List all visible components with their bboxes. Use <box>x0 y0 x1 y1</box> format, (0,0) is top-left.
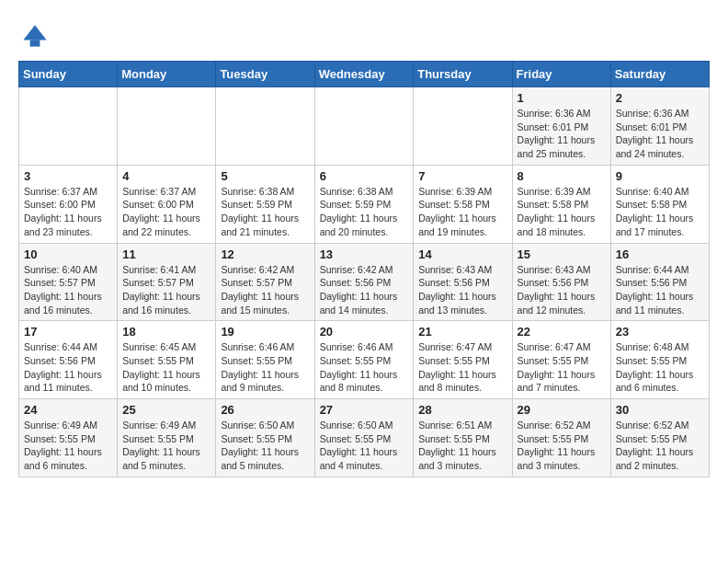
calendar-cell: 17Sunrise: 6:44 AM Sunset: 5:56 PM Dayli… <box>19 321 118 399</box>
weekday-wednesday: Wednesday <box>314 62 414 87</box>
day-info: Sunrise: 6:45 AM Sunset: 5:55 PM Dayligh… <box>122 340 210 395</box>
day-number: 1 <box>518 91 606 105</box>
day-info: Sunrise: 6:37 AM Sunset: 6:00 PM Dayligh… <box>24 185 112 239</box>
day-info: Sunrise: 6:46 AM Sunset: 5:55 PM Dayligh… <box>221 340 309 395</box>
day-info: Sunrise: 6:46 AM Sunset: 5:55 PM Dayligh… <box>320 340 409 395</box>
weekday-tuesday: Tuesday <box>216 62 314 87</box>
calendar-cell: 30Sunrise: 6:52 AM Sunset: 5:55 PM Dayli… <box>610 399 709 477</box>
calendar-cell: 26Sunrise: 6:50 AM Sunset: 5:55 PM Dayli… <box>216 399 314 477</box>
day-info: Sunrise: 6:42 AM Sunset: 5:56 PM Dayligh… <box>320 263 409 317</box>
day-number: 3 <box>24 169 112 183</box>
logo <box>18 18 55 52</box>
day-number: 26 <box>221 403 309 417</box>
calendar-cell: 12Sunrise: 6:42 AM Sunset: 5:57 PM Dayli… <box>216 243 314 321</box>
calendar-cell: 2Sunrise: 6:36 AM Sunset: 6:01 PM Daylig… <box>610 87 709 166</box>
page-header <box>18 18 710 52</box>
day-info: Sunrise: 6:39 AM Sunset: 5:58 PM Dayligh… <box>418 185 506 239</box>
day-number: 14 <box>418 247 506 261</box>
calendar-cell: 27Sunrise: 6:50 AM Sunset: 5:55 PM Dayli… <box>314 399 414 477</box>
calendar-cell: 11Sunrise: 6:41 AM Sunset: 5:57 PM Dayli… <box>118 243 216 321</box>
day-number: 6 <box>320 169 409 183</box>
calendar-cell: 1Sunrise: 6:36 AM Sunset: 6:01 PM Daylig… <box>512 87 610 166</box>
calendar-cell: 10Sunrise: 6:40 AM Sunset: 5:57 PM Dayli… <box>19 243 118 321</box>
day-info: Sunrise: 6:52 AM Sunset: 5:55 PM Dayligh… <box>518 419 606 473</box>
day-info: Sunrise: 6:39 AM Sunset: 5:58 PM Dayligh… <box>518 185 606 239</box>
day-info: Sunrise: 6:51 AM Sunset: 5:55 PM Dayligh… <box>418 419 506 473</box>
calendar-week-2: 3Sunrise: 6:37 AM Sunset: 6:00 PM Daylig… <box>19 165 710 243</box>
day-number: 11 <box>122 247 210 261</box>
day-number: 4 <box>122 169 210 183</box>
day-number: 2 <box>616 91 704 105</box>
svg-rect-2 <box>30 40 40 46</box>
day-info: Sunrise: 6:44 AM Sunset: 5:56 PM Dayligh… <box>616 263 704 317</box>
calendar-cell <box>19 87 118 166</box>
calendar-week-5: 24Sunrise: 6:49 AM Sunset: 5:55 PM Dayli… <box>19 399 710 477</box>
calendar-cell <box>314 87 414 166</box>
calendar-cell: 8Sunrise: 6:39 AM Sunset: 5:58 PM Daylig… <box>512 165 610 243</box>
calendar-cell: 28Sunrise: 6:51 AM Sunset: 5:55 PM Dayli… <box>414 399 512 477</box>
calendar-cell: 7Sunrise: 6:39 AM Sunset: 5:58 PM Daylig… <box>414 165 512 243</box>
day-info: Sunrise: 6:40 AM Sunset: 5:57 PM Dayligh… <box>24 263 112 317</box>
day-number: 12 <box>221 247 309 261</box>
day-number: 5 <box>221 169 309 183</box>
calendar-body: 1Sunrise: 6:36 AM Sunset: 6:01 PM Daylig… <box>19 87 710 477</box>
weekday-monday: Monday <box>118 62 216 87</box>
day-info: Sunrise: 6:38 AM Sunset: 5:59 PM Dayligh… <box>320 185 409 239</box>
day-info: Sunrise: 6:52 AM Sunset: 5:55 PM Dayligh… <box>616 419 704 473</box>
calendar-cell: 29Sunrise: 6:52 AM Sunset: 5:55 PM Dayli… <box>512 399 610 477</box>
day-info: Sunrise: 6:40 AM Sunset: 5:58 PM Dayligh… <box>616 185 704 239</box>
calendar-week-4: 17Sunrise: 6:44 AM Sunset: 5:56 PM Dayli… <box>19 321 710 399</box>
day-number: 29 <box>518 403 606 417</box>
calendar-cell: 9Sunrise: 6:40 AM Sunset: 5:58 PM Daylig… <box>610 165 709 243</box>
day-number: 19 <box>221 325 309 339</box>
calendar-cell: 24Sunrise: 6:49 AM Sunset: 5:55 PM Dayli… <box>19 399 118 477</box>
calendar-cell: 21Sunrise: 6:47 AM Sunset: 5:55 PM Dayli… <box>414 321 512 399</box>
logo-icon <box>18 18 51 52</box>
calendar-cell <box>216 87 314 166</box>
day-number: 16 <box>616 247 704 261</box>
weekday-friday: Friday <box>512 62 610 87</box>
calendar-cell: 14Sunrise: 6:43 AM Sunset: 5:56 PM Dayli… <box>414 243 512 321</box>
day-info: Sunrise: 6:47 AM Sunset: 5:55 PM Dayligh… <box>418 340 506 395</box>
day-number: 9 <box>616 169 704 183</box>
calendar-cell: 6Sunrise: 6:38 AM Sunset: 5:59 PM Daylig… <box>314 165 414 243</box>
calendar-header: SundayMondayTuesdayWednesdayThursdayFrid… <box>19 62 710 87</box>
calendar-cell: 4Sunrise: 6:37 AM Sunset: 6:00 PM Daylig… <box>118 165 216 243</box>
calendar-cell: 22Sunrise: 6:47 AM Sunset: 5:55 PM Dayli… <box>512 321 610 399</box>
day-number: 17 <box>24 325 112 339</box>
calendar-cell: 16Sunrise: 6:44 AM Sunset: 5:56 PM Dayli… <box>610 243 709 321</box>
day-number: 27 <box>320 403 409 417</box>
day-number: 24 <box>24 403 112 417</box>
calendar: SundayMondayTuesdayWednesdayThursdayFrid… <box>18 61 710 477</box>
day-info: Sunrise: 6:38 AM Sunset: 5:59 PM Dayligh… <box>221 185 309 239</box>
day-info: Sunrise: 6:48 AM Sunset: 5:55 PM Dayligh… <box>616 340 704 395</box>
weekday-saturday: Saturday <box>610 62 709 87</box>
calendar-cell: 5Sunrise: 6:38 AM Sunset: 5:59 PM Daylig… <box>216 165 314 243</box>
calendar-cell: 20Sunrise: 6:46 AM Sunset: 5:55 PM Dayli… <box>314 321 414 399</box>
day-number: 10 <box>24 247 112 261</box>
calendar-cell: 19Sunrise: 6:46 AM Sunset: 5:55 PM Dayli… <box>216 321 314 399</box>
day-number: 7 <box>418 169 506 183</box>
calendar-cell: 3Sunrise: 6:37 AM Sunset: 6:00 PM Daylig… <box>19 165 118 243</box>
day-number: 18 <box>122 325 210 339</box>
day-info: Sunrise: 6:49 AM Sunset: 5:55 PM Dayligh… <box>122 419 210 473</box>
calendar-cell: 25Sunrise: 6:49 AM Sunset: 5:55 PM Dayli… <box>118 399 216 477</box>
day-info: Sunrise: 6:50 AM Sunset: 5:55 PM Dayligh… <box>320 419 409 473</box>
day-number: 13 <box>320 247 409 261</box>
day-number: 22 <box>518 325 606 339</box>
day-number: 30 <box>616 403 704 417</box>
day-info: Sunrise: 6:36 AM Sunset: 6:01 PM Dayligh… <box>616 107 704 161</box>
calendar-cell <box>118 87 216 166</box>
day-number: 15 <box>518 247 606 261</box>
day-info: Sunrise: 6:44 AM Sunset: 5:56 PM Dayligh… <box>24 340 112 395</box>
day-info: Sunrise: 6:42 AM Sunset: 5:57 PM Dayligh… <box>221 263 309 317</box>
calendar-cell: 13Sunrise: 6:42 AM Sunset: 5:56 PM Dayli… <box>314 243 414 321</box>
calendar-cell <box>414 87 512 166</box>
day-info: Sunrise: 6:37 AM Sunset: 6:00 PM Dayligh… <box>122 185 210 239</box>
weekday-sunday: Sunday <box>19 62 118 87</box>
day-info: Sunrise: 6:36 AM Sunset: 6:01 PM Dayligh… <box>518 107 606 161</box>
day-number: 28 <box>418 403 506 417</box>
day-number: 8 <box>518 169 606 183</box>
day-number: 20 <box>320 325 409 339</box>
weekday-header-row: SundayMondayTuesdayWednesdayThursdayFrid… <box>19 62 710 87</box>
